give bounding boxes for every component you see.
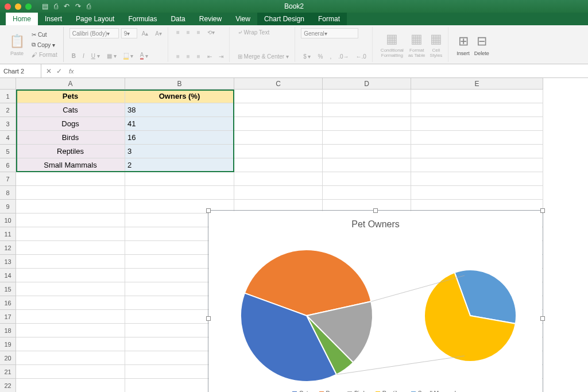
name-box[interactable]: Chart 2 [0,64,41,77]
select-all-triangle[interactable] [0,78,16,90]
cell-A5[interactable]: Reptiles [16,145,125,158]
bold-button[interactable]: B [69,52,78,60]
cell-B4[interactable]: 16 [125,131,234,145]
row-header-5[interactable]: 5 [0,145,16,158]
underline-button[interactable]: U ▾ [89,52,102,60]
row-header-7[interactable]: 7 [0,172,16,186]
cell-B1[interactable]: Owners (%) [125,90,234,103]
paste-button[interactable]: 📋 Paste [7,28,27,61]
fill-color-button[interactable]: ⬚ ▾ [121,51,136,61]
row-header-3[interactable]: 3 [0,117,16,131]
merge-center-button[interactable]: ⊞ Merge & Center ▾ [235,52,292,61]
column-header-A[interactable]: A [16,78,125,90]
tab-data[interactable]: Data [164,13,192,25]
currency-button[interactable]: $ ▾ [301,52,313,61]
row-header-9[interactable]: 9 [0,200,16,214]
tab-home[interactable]: Home [6,13,38,25]
decrease-decimal-button[interactable]: ←.0 [354,52,369,61]
row-header-12[interactable]: 12 [0,241,16,255]
increase-font-button[interactable]: A▴ [140,29,151,38]
chart-object[interactable]: Pet Owners CatsDogsBirdsReptilesSmall Ma… [209,211,542,392]
column-header-C[interactable]: C [234,78,323,90]
cell-E4[interactable] [411,131,543,145]
column-header-E[interactable]: E [411,78,543,90]
delete-cells-button[interactable]: ⊟Delete [472,28,492,61]
row-header-10[interactable]: 10 [0,214,16,227]
row-header-8[interactable]: 8 [0,186,16,200]
increase-indent-button[interactable]: ⇥ [216,52,226,61]
cell-E2[interactable] [411,103,543,117]
cell-A14[interactable] [16,269,125,282]
close-window-button[interactable] [5,3,11,10]
tab-insert[interactable]: Insert [38,13,69,25]
insert-cells-button[interactable]: ⊞Insert [454,28,472,61]
cell-C2[interactable] [234,103,323,117]
cell-A18[interactable] [16,324,125,337]
row-header-20[interactable]: 20 [0,351,16,365]
redo-icon[interactable]: ↷ [75,3,81,10]
cell-C3[interactable] [234,117,323,131]
column-header-B[interactable]: B [125,78,234,90]
row-header-22[interactable]: 22 [0,379,16,392]
tab-format[interactable]: Format [311,13,347,25]
orientation-button[interactable]: ⟲▾ [205,28,217,37]
align-top-button[interactable]: ≡ [174,28,182,37]
cell-A20[interactable] [16,351,125,365]
cell-D4[interactable] [323,131,411,145]
align-left-button[interactable]: ≡ [174,52,182,61]
cell-A3[interactable]: Dogs [16,117,125,131]
cell-E6[interactable] [411,158,543,172]
cell-E1[interactable] [411,90,543,103]
cell-B2[interactable]: 38 [125,103,234,117]
cell-styles-button[interactable]: ▦CellStyles [428,28,445,61]
cell-A11[interactable] [16,227,125,241]
align-bottom-button[interactable]: ≡ [195,28,203,37]
cell-D3[interactable] [323,117,411,131]
accept-formula-icon[interactable]: ✓ [56,67,62,75]
row-header-14[interactable]: 14 [0,269,16,282]
conditional-formatting-button[interactable]: ▦ConditionalFormatting [378,28,406,61]
row-header-15[interactable]: 15 [0,282,16,296]
row-header-18[interactable]: 18 [0,324,16,337]
cell-D6[interactable] [323,158,411,172]
align-middle-button[interactable]: ≡ [184,28,192,37]
cell-C4[interactable] [234,131,323,145]
copy-button[interactable]: ⧉Copy ▾ [29,40,60,49]
cell-C1[interactable] [234,90,323,103]
cut-button[interactable]: ✂Cut [29,30,60,39]
cell-A1[interactable]: Pets [16,90,125,103]
format-painter-button[interactable]: 🖌Format [29,51,60,59]
row-header-4[interactable]: 4 [0,131,16,145]
cell-A19[interactable] [16,337,125,351]
cell-A6[interactable]: Small Mammals [16,158,125,172]
save-icon[interactable]: ▤ [42,3,48,10]
cell-A8[interactable] [16,186,125,200]
cell-E8[interactable] [411,186,543,200]
decrease-font-button[interactable]: A▾ [153,29,164,38]
row-header-11[interactable]: 11 [0,227,16,241]
cell-E7[interactable] [411,172,543,186]
zoom-window-button[interactable] [25,3,32,10]
autosave-icon[interactable]: ⎙ [54,3,58,10]
tab-review[interactable]: Review [192,13,229,25]
cell-A10[interactable] [16,214,125,227]
cell-A21[interactable] [16,365,125,379]
cell-C7[interactable] [234,172,323,186]
row-header-2[interactable]: 2 [0,103,16,117]
font-family-select[interactable]: Calibri (Body) ▾ [69,28,119,38]
font-size-select[interactable]: 9 ▾ [121,28,137,38]
tab-chart-design[interactable]: Chart Design [257,13,311,25]
row-header-17[interactable]: 17 [0,310,16,324]
cell-A17[interactable] [16,310,125,324]
cell-A7[interactable] [16,172,125,186]
number-format-select[interactable]: General ▾ [301,28,358,38]
cell-B3[interactable]: 41 [125,117,234,131]
print-icon[interactable]: ⎙ [87,3,91,10]
italic-button[interactable]: I [80,52,87,60]
cell-A13[interactable] [16,255,125,269]
cell-A15[interactable] [16,282,125,296]
cell-A22[interactable] [16,379,125,392]
cell-E5[interactable] [411,145,543,158]
undo-icon[interactable]: ↶ [64,3,69,10]
increase-decimal-button[interactable]: .0→ [336,52,351,61]
